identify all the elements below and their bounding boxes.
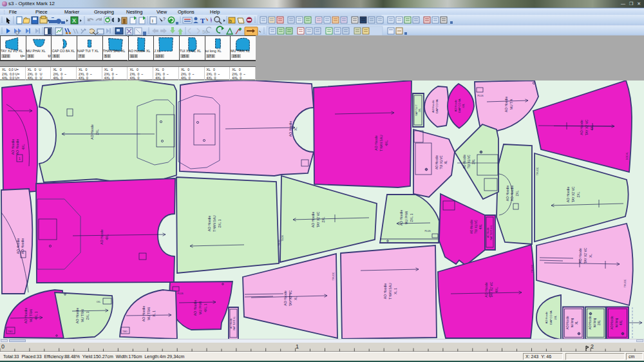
svg-text:AO Hoode: AO Hoode (545, 311, 548, 323)
svg-text:AO Hoodie: AO Hoodie (566, 187, 570, 203)
svg-text:AO Hoodie: AO Hoodie (207, 216, 211, 232)
svg-text:OXL: OXL (97, 301, 101, 303)
svg-text:AO Hoodie: AO Hoodie (193, 300, 197, 316)
svg-text:TUI X1/VC: TUI X1/VC (475, 220, 478, 234)
svg-text:AO Hoodie: AO Hoodie (510, 186, 514, 202)
svg-text:2XL: 2XL (554, 315, 557, 320)
svg-text:AO Hoode: AO Hoode (100, 229, 104, 245)
svg-text:tui long: tui long (593, 318, 596, 327)
svg-text:AO Hoode: AO Hoode (374, 135, 378, 151)
svg-text:AO Hoode: AO Hoode (283, 291, 287, 306)
svg-text:2XL: 2XL (576, 191, 580, 197)
svg-text:AO Hoodie: AO Hoodie (504, 97, 508, 113)
svg-text:AO Hoodie: AO Hoodie (11, 139, 15, 155)
svg-text:4XL: 4XL (462, 103, 465, 108)
svg-text:4XL: 4XL (105, 234, 109, 240)
svg-text:XL: XL (444, 160, 448, 164)
svg-text:DAP CO 8A: DAP CO 8A (549, 310, 553, 325)
svg-text:DAP CO 8A: DAP CO 8A (435, 99, 439, 113)
svg-text:AO Hoode: AO Hoode (90, 124, 94, 140)
svg-text:TB.06: TB.06 (281, 235, 284, 241)
svg-text:TAY X2 VC: TAY X2 VC (289, 290, 292, 306)
svg-text:2XL: 2XL (95, 129, 99, 135)
svg-text:TAY X2 VC: TAY X2 VC (571, 186, 575, 202)
svg-text:1: 1 (19, 157, 21, 160)
svg-text:XL: XL (294, 127, 298, 131)
svg-text:2XL: 2XL (472, 159, 475, 165)
svg-text:2XL: 2XL (321, 216, 325, 222)
svg-text:2XL 1: 2XL 1 (86, 311, 90, 319)
svg-text:THAN SAU: THAN SAU (388, 283, 392, 300)
svg-text:AO Hoode: AO Hoode (578, 248, 582, 263)
svg-text:TWO: TWO (8, 330, 13, 333)
svg-text:X: X (72, 17, 76, 24)
svg-text:AO Hoode: AO Hoode (611, 316, 614, 330)
svg-text:AO Hoodie: AO Hoodie (399, 210, 403, 226)
svg-text:MU T A: MU T A (509, 99, 513, 110)
svg-text:4XL: 4XL (384, 140, 388, 146)
svg-text:i: i (152, 18, 153, 24)
svg-text:AO Hoodie: AO Hoodie (435, 155, 439, 169)
svg-text:MU TRAI: MU TRAI (80, 309, 84, 322)
svg-text:NAP TUI T 4XL: NAP TUI T 4XL (490, 225, 493, 240)
svg-text:AO Hoode: AO Hoode (566, 316, 569, 330)
svg-text:TAY X2 VC: TAY X2 VC (583, 247, 587, 263)
svg-text:AO Hoode: AO Hoode (230, 318, 232, 329)
svg-text:AO Hoode: AO Hoode (580, 120, 583, 135)
svg-text:4XL: 4XL (590, 124, 594, 130)
svg-text:XL 1: XL 1 (393, 288, 397, 294)
svg-text:TAY X2 VC: TAY X2 VC (489, 281, 493, 298)
svg-text:1: 1 (296, 343, 299, 350)
svg-text:MU TRAI: MU TRAI (147, 307, 151, 320)
svg-text:DOCHL: DOCHL (626, 152, 629, 160)
svg-text:2XL 1: 2XL 1 (410, 213, 413, 222)
svg-text:NAP TUI T: NAP TUI T (415, 104, 418, 116)
svg-text:4XL 1: 4XL 1 (204, 303, 207, 312)
svg-text:TAY X2 VC: TAY X2 VC (585, 119, 589, 135)
svg-text:?: ? (163, 17, 166, 21)
svg-text:AO Hoodie: AO Hoodie (311, 212, 315, 228)
svg-text:4XL: 4XL (479, 224, 482, 230)
svg-text:AO Hoodie: AO Hoodie (470, 219, 473, 234)
svg-text:0: 0 (1, 343, 5, 350)
svg-text:XL: XL (575, 321, 578, 325)
svg-text:4XL 1: 4XL 1 (34, 311, 38, 319)
svg-text:4XL: 4XL (495, 287, 498, 292)
svg-text:PLUS: PLUS (477, 95, 484, 97)
svg-text:TRUOC: TRUOC (624, 279, 627, 287)
svg-text:XL 1: XL 1 (152, 310, 156, 317)
svg-text:TRUOC: TRUOC (536, 167, 539, 175)
svg-text:TWO: TWO (122, 330, 128, 333)
svg-text:PLUS: PLUS (177, 292, 184, 295)
svg-text:AO Hoode: AO Hoode (487, 227, 489, 238)
svg-text:AO Hoodie: AO Hoodie (21, 238, 24, 254)
svg-text:AO Hoodie: AO Hoodie (16, 238, 20, 254)
svg-text:tui long: tui long (571, 318, 574, 327)
svg-text:AO Hoodie: AO Hoodie (431, 99, 435, 112)
svg-text:NAP TUI T XL: NAP TUI T XL (233, 316, 236, 330)
svg-text:MU TRAI: MU TRAI (29, 309, 33, 322)
svg-text:AO Hoode: AO Hoode (484, 282, 488, 298)
svg-text:AO Hoodie: AO Hoodie (24, 308, 28, 324)
svg-text:MU PHAI: MU PHAI (198, 301, 202, 315)
svg-text:AO Hoodie: AO Hoodie (75, 308, 79, 324)
svg-text:AO Hoodie: AO Hoodie (383, 283, 387, 300)
svg-text:TRUOC: TRUOC (531, 264, 534, 272)
svg-text:THAN SAU: THAN SAU (213, 215, 216, 232)
svg-text:2: 2 (591, 343, 594, 350)
svg-text:PLUS: PLUS (424, 230, 431, 233)
svg-text:THAN SAU: THAN SAU (379, 135, 383, 151)
svg-text:T: T (200, 17, 205, 24)
svg-text:2XL: 2XL (419, 108, 421, 112)
svg-text:AO Hoodie: AO Hoodie (15, 139, 19, 155)
svg-text:AO Hoodie: AO Hoodie (506, 186, 509, 202)
svg-text:2XL: 2XL (598, 320, 601, 326)
svg-text:TUI X1/VC: TUI X1/VC (440, 155, 443, 169)
svg-text:4XL: 4XL (21, 144, 25, 149)
svg-text:TRUOC: TRUOC (332, 272, 335, 280)
svg-text:DAP CO 8A: DAP CO 8A (458, 99, 461, 113)
svg-text:TUI X1/VC: TUI X1/VC (468, 155, 471, 169)
svg-text:AO Hoodie: AO Hoodie (463, 154, 466, 169)
svg-text:b: b (229, 19, 232, 23)
svg-text:AO Hoode: AO Hoode (454, 99, 457, 111)
